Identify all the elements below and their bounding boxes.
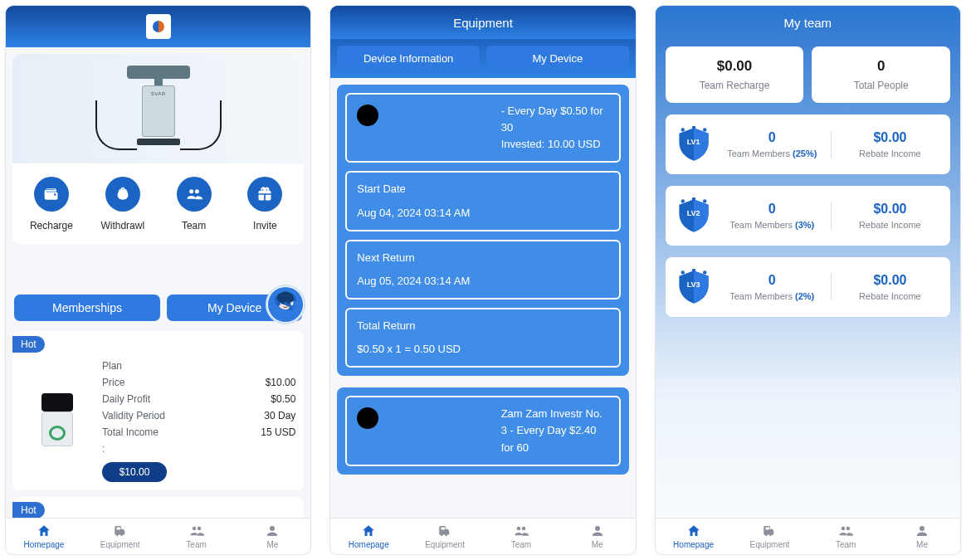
- divider: [831, 274, 832, 300]
- team-label: Team: [182, 220, 206, 231]
- tab-my-device[interactable]: My Device: [486, 46, 629, 71]
- device-summary: - Every Day $0.50 for 30 Invested: 10.00…: [345, 93, 620, 163]
- validity-value: 30 Day: [264, 410, 295, 421]
- total-value: 15 USD: [261, 426, 295, 438]
- level-badge-icon: LV2: [674, 197, 714, 234]
- nav-team[interactable]: Team: [807, 519, 884, 554]
- members-pct: (2%): [795, 291, 814, 301]
- nav-label: Homepage: [673, 540, 714, 549]
- price-value: $10.00: [266, 377, 296, 388]
- stat-value: $0.00: [672, 58, 798, 75]
- device-summary-text: - Every Day $0.50 for 30: [501, 103, 609, 136]
- nav-label: Equipment: [100, 540, 140, 549]
- hero-image: [12, 54, 304, 163]
- next-label: Next Return: [357, 250, 608, 266]
- stat-team-recharge: $0.00 Team Recharge: [666, 46, 804, 103]
- nav-label: Me: [916, 540, 928, 549]
- me-icon: [590, 523, 605, 538]
- nav-me[interactable]: Me: [884, 519, 960, 554]
- members-pct: (3%): [795, 220, 814, 230]
- rebate-value: $0.00: [838, 130, 942, 145]
- invite-label: Invite: [253, 220, 277, 231]
- nav-equipment[interactable]: Equipment: [731, 519, 807, 554]
- nav-homepage[interactable]: Homepage: [330, 519, 407, 554]
- page-title: Equipment: [330, 6, 635, 39]
- nav-team[interactable]: Team: [159, 519, 235, 554]
- members-label: Team Members: [727, 149, 790, 158]
- level-card-lv2[interactable]: LV2 0 Team Members (3%) $0.00 Rebate Inc…: [666, 186, 950, 246]
- nav-equipment[interactable]: Equipment: [407, 519, 483, 554]
- team-icon: [838, 523, 853, 538]
- device-start: Start Date Aug 04, 2024 03:14 AM: [345, 171, 620, 231]
- members-label: Team Members: [729, 291, 793, 301]
- nav-homepage[interactable]: Homepage: [6, 519, 82, 554]
- start-value: Aug 04, 2024 03:14 AM: [357, 205, 608, 222]
- stat-total-people: 0 Total People: [812, 46, 950, 103]
- hot-badge: Hot: [12, 502, 45, 519]
- bottom-nav: Homepage Equipment Team Me: [656, 518, 960, 554]
- rebate-value: $0.00: [838, 202, 942, 217]
- bottom-nav: Homepage Equipment Team Me: [330, 518, 635, 554]
- equipment-icon: [437, 523, 452, 538]
- me-icon: [265, 523, 280, 538]
- total-label: Total Return: [357, 318, 608, 334]
- app-logo: [146, 14, 171, 39]
- daily-label: Daily Profit: [102, 393, 150, 405]
- level-card-lv1[interactable]: LV1 0 Team Members (25%) $0.00 Rebate In…: [666, 114, 950, 174]
- recharge-action[interactable]: Recharge: [21, 177, 82, 231]
- home-icon: [361, 523, 376, 538]
- nav-me[interactable]: Me: [559, 519, 636, 554]
- quick-actions: Recharge Withdrawl Team Invite: [12, 163, 304, 245]
- rebate-label: Rebate Income: [838, 220, 942, 230]
- rebate-label: Rebate Income: [838, 291, 942, 301]
- members-value: 0: [720, 273, 824, 288]
- nav-team[interactable]: Team: [483, 519, 559, 554]
- team-icon: [514, 523, 529, 538]
- nav-label: Equipment: [749, 540, 789, 549]
- plan-card[interactable]: Hot Plan Price$10.00 Daily Profit$0.50 V…: [12, 331, 304, 490]
- equipment-icon: [113, 523, 128, 538]
- page-title: My team: [656, 6, 960, 46]
- device-invested: Invested: 10.00 USD: [501, 136, 609, 153]
- nav-label: Me: [592, 540, 603, 549]
- team-icon: [177, 177, 212, 212]
- device-next: Next Return Aug 05, 2024 03:14 AM: [345, 240, 620, 299]
- invite-action[interactable]: Invite: [234, 177, 295, 231]
- home-icon: [37, 523, 51, 538]
- level-badge-icon: LV3: [674, 269, 714, 305]
- plan-image: [21, 338, 94, 482]
- team-icon: [189, 523, 204, 538]
- recharge-label: Recharge: [30, 220, 73, 231]
- nav-label: Team: [511, 540, 531, 549]
- equipment-icon: [762, 523, 777, 538]
- rebate-value: $0.00: [838, 273, 942, 288]
- plan-label: Plan: [102, 360, 122, 372]
- withdraw-label: Withdrawl: [100, 220, 144, 231]
- nav-me[interactable]: Me: [234, 519, 310, 554]
- extra-label: :: [102, 443, 105, 455]
- tab-device-info[interactable]: Device Information: [337, 46, 480, 71]
- nav-label: Team: [836, 540, 856, 549]
- nav-label: Equipment: [425, 540, 465, 549]
- total-label: Total Income: [102, 426, 159, 438]
- team-action[interactable]: Team: [163, 177, 225, 231]
- level-card-lv3[interactable]: LV3 0 Team Members (2%) $0.00 Rebate Inc…: [666, 257, 950, 317]
- tab-memberships[interactable]: Memberships: [14, 295, 160, 321]
- device-total: Total Return $0.50 x 1 = 0.50 USD: [345, 308, 620, 368]
- withdraw-action[interactable]: Withdrawl: [92, 177, 154, 231]
- bottom-nav: Homepage Equipment Team Me: [6, 518, 310, 554]
- start-label: Start Date: [357, 181, 608, 197]
- nav-label: Me: [266, 540, 278, 549]
- nav-label: Homepage: [23, 540, 64, 549]
- home-icon: [686, 523, 701, 538]
- support-float-icon[interactable]: [266, 285, 305, 324]
- nav-homepage[interactable]: Homepage: [656, 519, 732, 554]
- phone-my-team: My team $0.00 Team Recharge 0 Total Peop…: [655, 5, 961, 555]
- nav-equipment[interactable]: Equipment: [82, 519, 159, 554]
- device-summary: Zam Zam Investr No. 3 - Every Day $2.40 …: [345, 396, 620, 465]
- stat-label: Total People: [818, 80, 944, 91]
- device-summary-text: Zam Zam Investr No. 3 - Every Day $2.40 …: [501, 406, 609, 455]
- recharge-icon: [34, 177, 69, 212]
- me-icon: [915, 523, 929, 538]
- buy-button[interactable]: $10.00: [102, 462, 167, 482]
